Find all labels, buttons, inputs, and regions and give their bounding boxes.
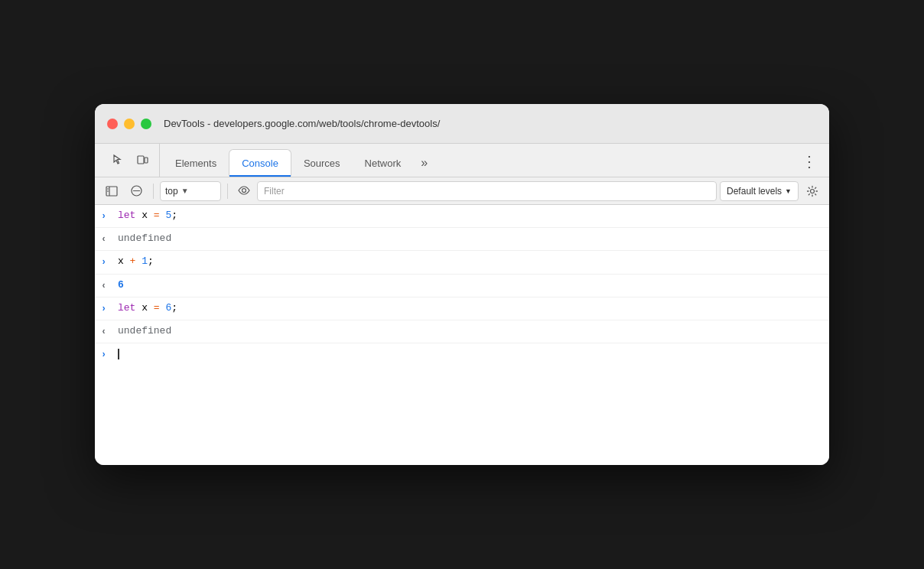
close-button[interactable] bbox=[107, 119, 118, 129]
console-settings-button[interactable] bbox=[802, 180, 823, 202]
entry-text-2: undefined bbox=[118, 231, 823, 247]
svg-rect-0 bbox=[138, 156, 144, 164]
sidebar-icon bbox=[106, 186, 118, 197]
tab-console[interactable]: Console bbox=[229, 149, 291, 177]
more-tabs-button[interactable]: » bbox=[413, 149, 435, 177]
console-sidebar-button[interactable] bbox=[101, 180, 122, 202]
console-input-prompt[interactable]: › bbox=[95, 343, 829, 365]
input-arrow-5: › bbox=[101, 302, 112, 317]
console-entry-6: ‹ undefined bbox=[95, 320, 829, 343]
eye-icon bbox=[237, 186, 251, 195]
console-entry-5: › let x = 6; bbox=[95, 298, 829, 320]
devtools-toolbar-icons bbox=[101, 143, 160, 177]
clear-icon bbox=[131, 185, 142, 197]
cursor-icon bbox=[112, 154, 124, 166]
console-empty-space bbox=[95, 365, 829, 457]
inspect-element-button[interactable] bbox=[107, 149, 129, 171]
svg-point-8 bbox=[242, 188, 246, 192]
title-bar: DevTools - developers.google.com/web/too… bbox=[95, 104, 829, 144]
devtools-window: DevTools - developers.google.com/web/too… bbox=[95, 104, 829, 465]
svg-point-9 bbox=[811, 189, 815, 193]
device-icon bbox=[136, 154, 148, 166]
input-arrow-3: › bbox=[101, 255, 112, 270]
entry-text-1: let x = 5; bbox=[118, 208, 823, 224]
input-arrow-1: › bbox=[101, 210, 112, 224]
entry-text-4: 6 bbox=[118, 278, 823, 294]
toolbar-divider-1 bbox=[153, 184, 154, 199]
traffic-lights bbox=[107, 119, 151, 129]
console-output: › let x = 5; ‹ undefined › x + 1; ‹ 6 bbox=[95, 205, 829, 465]
tab-network[interactable]: Network bbox=[353, 149, 414, 177]
result-arrow-4: ‹ bbox=[101, 279, 112, 294]
console-toolbar: top ▼ Default levels ▼ bbox=[95, 177, 829, 205]
tab-elements[interactable]: Elements bbox=[163, 149, 229, 177]
devtools-menu-button[interactable]: ⋮ bbox=[799, 151, 820, 172]
live-expressions-button[interactable] bbox=[237, 184, 251, 198]
device-toolbar-button[interactable] bbox=[132, 149, 153, 171]
window-title: DevTools - developers.google.com/web/too… bbox=[164, 118, 440, 129]
toolbar-divider-2 bbox=[227, 184, 228, 199]
console-entry-2: ‹ undefined bbox=[95, 228, 829, 251]
log-levels-button[interactable]: Default levels ▼ bbox=[720, 181, 799, 201]
console-entry-4: ‹ 6 bbox=[95, 275, 829, 298]
clear-console-button[interactable] bbox=[125, 180, 147, 202]
execution-context-selector[interactable]: top ▼ bbox=[160, 181, 221, 201]
console-filter-input[interactable] bbox=[257, 181, 717, 201]
prompt-arrow: › bbox=[101, 350, 112, 360]
maximize-button[interactable] bbox=[141, 119, 151, 129]
entry-text-6: undefined bbox=[118, 324, 823, 340]
tab-sources[interactable]: Sources bbox=[291, 149, 353, 177]
text-cursor bbox=[118, 349, 119, 359]
minimize-button[interactable] bbox=[124, 119, 135, 129]
result-arrow-6: ‹ bbox=[101, 325, 112, 340]
console-entry-3: › x + 1; bbox=[95, 251, 829, 274]
console-entry-1: › let x = 5; bbox=[95, 205, 829, 228]
context-label: top bbox=[165, 186, 178, 197]
gear-icon bbox=[806, 185, 818, 197]
context-dropdown-arrow: ▼ bbox=[181, 187, 189, 195]
svg-rect-1 bbox=[145, 158, 148, 163]
entry-text-3: x + 1; bbox=[118, 254, 823, 270]
tab-bar: Elements Console Sources Network » ⋮ bbox=[95, 144, 829, 177]
entry-text-5: let x = 6; bbox=[118, 301, 823, 317]
result-arrow-2: ‹ bbox=[101, 232, 112, 247]
